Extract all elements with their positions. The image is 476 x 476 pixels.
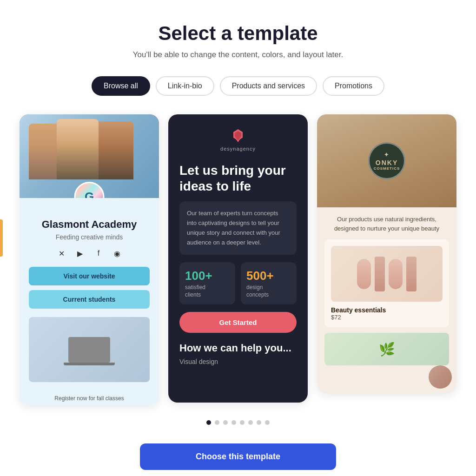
- template-card-1[interactable]: G Glasmont Academy Feeding creative mind…: [20, 114, 159, 405]
- agency-section-title: How we can help you...: [179, 342, 297, 354]
- card1-body: Glasmont Academy Feeding creative minds …: [20, 198, 159, 391]
- stat-designs-label1: design: [246, 284, 291, 291]
- page-subtitle: You'll be able to change the content, co…: [133, 50, 344, 60]
- page-title: Select a template: [158, 22, 317, 45]
- tab-products-services[interactable]: Products and services: [220, 76, 317, 96]
- card3-tagline: Our products use natural ingredients, de…: [324, 215, 449, 233]
- agency-description: Our team of experts turn concepts into c…: [187, 209, 289, 247]
- stat-clients-label2: clients: [185, 291, 230, 298]
- template-card-3[interactable]: ✦ ONKY COSMETICS Our products use natura…: [317, 114, 456, 393]
- agency-desc-box: Our team of experts turn concepts into c…: [179, 201, 297, 255]
- onky-leaf-icon: ✦: [384, 152, 390, 158]
- facebook-icon: f: [93, 247, 105, 259]
- card1-caption: Register now for fall classes: [20, 391, 159, 405]
- agency-logo-svg: [230, 127, 246, 144]
- agency-section-sub: Visual design: [179, 358, 297, 365]
- templates-row: G Glasmont Academy Feeding creative mind…: [19, 114, 457, 405]
- card1-bottom-image: [29, 317, 150, 382]
- choose-template-button[interactable]: Choose this template: [140, 443, 336, 470]
- dot-7[interactable]: [257, 420, 261, 425]
- product-item-4: [406, 257, 416, 291]
- page-wrapper: Select a template You'll be able to chan…: [0, 0, 476, 476]
- bottom-cta: Choose this template Start with a blank …: [140, 443, 336, 476]
- onky-brand-name: ONKY: [376, 159, 398, 166]
- leaf-decoration: 🌿: [379, 342, 395, 357]
- card3-footer-image: 🌿: [324, 333, 449, 365]
- stat-designs-number: 500+: [246, 269, 291, 283]
- instagram-icon: ◉: [111, 247, 123, 259]
- card3-body: Our products use natural ingredients, de…: [317, 207, 456, 371]
- left-accent-bar: [0, 219, 3, 257]
- tab-promotions[interactable]: Promotions: [323, 76, 384, 96]
- card1-laptop-image: [29, 317, 150, 382]
- dot-8[interactable]: [265, 420, 270, 425]
- product-grid: Beauty essentials $72: [324, 239, 449, 327]
- dot-4[interactable]: [231, 420, 236, 425]
- card1-students-btn[interactable]: Current students: [29, 290, 150, 309]
- product-item-3: [389, 259, 403, 289]
- laptop-icon: [68, 337, 110, 363]
- pagination-dots: [206, 420, 270, 425]
- stat-designs-label2: concepts: [246, 291, 291, 298]
- dot-6[interactable]: [248, 420, 253, 425]
- dot-3[interactable]: [223, 420, 228, 425]
- product-item-1: [357, 259, 371, 289]
- agency-get-started-btn[interactable]: Get Started: [179, 312, 297, 333]
- card2-body: desynagency Let us bring your ideas to l…: [168, 114, 308, 377]
- card1-social-icons: ✕ ▶ f ◉: [55, 247, 123, 259]
- dot-1[interactable]: [206, 420, 211, 425]
- card1-person3: [94, 121, 133, 179]
- youtube-icon: ▶: [74, 247, 86, 259]
- stat-clients-number: 100+: [185, 269, 230, 283]
- onky-logo: ✦ ONKY COSMETICS: [368, 142, 405, 179]
- card1-title: Glasmont Academy: [42, 218, 137, 231]
- tab-link-in-bio[interactable]: Link-in-bio: [156, 76, 214, 96]
- card3-hero: ✦ ONKY COSMETICS: [317, 114, 456, 207]
- card1-tagline: Feeding creative minds: [56, 233, 123, 241]
- agency-headline: Let us bring your ideas to life: [179, 163, 297, 194]
- onky-brand-sub: COSMETICS: [374, 166, 400, 171]
- product-item-2: [375, 257, 385, 291]
- template-card-2[interactable]: desynagency Let us bring your ideas to l…: [168, 114, 308, 403]
- card3-hands-image: ✦ ONKY COSMETICS: [317, 114, 456, 207]
- card1-visit-btn[interactable]: Visit our website: [29, 267, 150, 285]
- dot-5[interactable]: [240, 420, 245, 425]
- stat-clients-label1: satisfied: [185, 284, 230, 291]
- filter-tabs: Browse all Link-in-bio Products and serv…: [92, 76, 384, 96]
- twitter-icon: ✕: [55, 247, 67, 259]
- agency-stats: 100+ satisfied clients 500+ design conce…: [179, 262, 297, 304]
- product-name: Beauty essentials: [331, 306, 443, 314]
- card1-logo-letter: G: [85, 190, 94, 198]
- stat-designs: 500+ design concepts: [241, 262, 297, 304]
- stat-clients: 100+ satisfied clients: [179, 262, 235, 304]
- card1-hero: G: [20, 114, 159, 198]
- agency-logo-text: desynagency: [220, 146, 256, 152]
- tab-browse-all[interactable]: Browse all: [92, 76, 150, 96]
- product-image-placeholder: [331, 246, 443, 302]
- agency-logo: desynagency: [179, 127, 297, 152]
- product-compact: [429, 365, 452, 389]
- dot-2[interactable]: [215, 420, 219, 425]
- product-price: $72: [331, 314, 443, 321]
